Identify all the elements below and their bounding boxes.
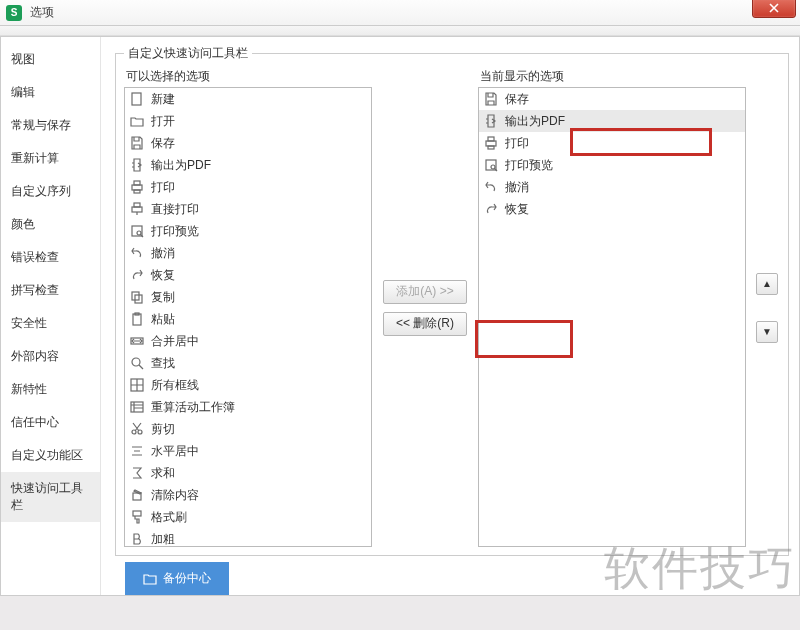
sidebar-item[interactable]: 快速访问工具栏 <box>1 472 100 522</box>
svg-rect-5 <box>134 203 140 207</box>
list-item[interactable]: 直接打印 <box>125 198 371 220</box>
sidebar-item[interactable]: 安全性 <box>1 307 100 340</box>
print-icon <box>129 179 145 195</box>
list-item[interactable]: 保存 <box>125 132 371 154</box>
svg-rect-15 <box>131 402 143 412</box>
paste-icon <box>129 311 145 327</box>
item-label: 撤消 <box>505 179 529 196</box>
list-item[interactable]: 格式刷 <box>125 506 371 528</box>
undo-icon <box>483 179 499 195</box>
list-item[interactable]: 剪切 <box>125 418 371 440</box>
list-item[interactable]: 新建 <box>125 88 371 110</box>
sidebar-item[interactable]: 编辑 <box>1 76 100 109</box>
list-item[interactable]: 清除内容 <box>125 484 371 506</box>
redo-icon <box>483 201 499 217</box>
list-item[interactable]: 加粗 <box>125 528 371 547</box>
list-item[interactable]: 撤消 <box>479 176 745 198</box>
item-label: 恢复 <box>151 267 175 284</box>
find-icon <box>129 355 145 371</box>
item-label: 打印 <box>505 135 529 152</box>
list-item[interactable]: 合并居中 <box>125 330 371 352</box>
close-button[interactable] <box>752 0 796 18</box>
item-label: 打印 <box>151 179 175 196</box>
svg-rect-21 <box>488 137 494 141</box>
sidebar-item[interactable]: 拼写检查 <box>1 274 100 307</box>
list-item[interactable]: 查找 <box>125 352 371 374</box>
current-listbox[interactable]: 保存输出为PDF打印打印预览撤消恢复 <box>478 87 746 547</box>
sidebar-item[interactable]: 外部内容 <box>1 340 100 373</box>
group-legend: 自定义快速访问工具栏 <box>124 45 252 62</box>
available-column: 可以选择的选项 新建打开保存输出为PDF打印直接打印打印预览撤消恢复复制粘贴合并… <box>124 68 372 547</box>
item-label: 粘贴 <box>151 311 175 328</box>
item-label: 求和 <box>151 465 175 482</box>
hcenter-icon <box>129 443 145 459</box>
svg-point-7 <box>137 231 141 235</box>
svg-point-24 <box>491 165 495 169</box>
format-painter-icon <box>129 509 145 525</box>
current-column: 当前显示的选项 保存输出为PDF打印打印预览撤消恢复 <box>478 68 746 547</box>
svg-rect-1 <box>132 185 142 190</box>
item-label: 水平居中 <box>151 443 199 460</box>
list-item[interactable]: 水平居中 <box>125 440 371 462</box>
list-item[interactable]: 求和 <box>125 462 371 484</box>
pdf-icon <box>483 113 499 129</box>
recalc-icon <box>129 399 145 415</box>
item-label: 撤消 <box>151 245 175 262</box>
available-label: 可以选择的选项 <box>124 68 372 85</box>
move-up-button[interactable]: ▲ <box>756 273 778 295</box>
item-label: 打印预览 <box>505 157 553 174</box>
list-item[interactable]: 重算活动工作簿 <box>125 396 371 418</box>
list-item[interactable]: 恢复 <box>125 264 371 286</box>
borders-icon <box>129 377 145 393</box>
sidebar-item[interactable]: 新特性 <box>1 373 100 406</box>
backup-label: 备份中心 <box>163 570 211 587</box>
list-item[interactable]: 打印 <box>479 132 745 154</box>
move-down-button[interactable]: ▼ <box>756 321 778 343</box>
item-label: 保存 <box>151 135 175 152</box>
sidebar-item[interactable]: 错误检查 <box>1 241 100 274</box>
svg-rect-22 <box>488 146 494 149</box>
sidebar-item[interactable]: 常规与保存 <box>1 109 100 142</box>
svg-rect-3 <box>134 190 140 193</box>
sidebar-item[interactable]: 颜色 <box>1 208 100 241</box>
item-label: 恢复 <box>505 201 529 218</box>
titlebar: S 选项 <box>0 0 800 26</box>
print-icon <box>483 135 499 151</box>
sum-icon <box>129 465 145 481</box>
undo-icon <box>129 245 145 261</box>
list-item[interactable]: 打印 <box>125 176 371 198</box>
save-icon <box>129 135 145 151</box>
cut-icon <box>129 421 145 437</box>
list-item[interactable]: 复制 <box>125 286 371 308</box>
list-item[interactable]: 打印预览 <box>125 220 371 242</box>
sidebar-item[interactable]: 信任中心 <box>1 406 100 439</box>
columns: 可以选择的选项 新建打开保存输出为PDF打印直接打印打印预览撤消恢复复制粘贴合并… <box>124 68 780 547</box>
list-item[interactable]: 输出为PDF <box>479 110 745 132</box>
sidebar-item[interactable]: 视图 <box>1 43 100 76</box>
list-item[interactable]: 保存 <box>479 88 745 110</box>
item-label: 重算活动工作簿 <box>151 399 235 416</box>
item-label: 打开 <box>151 113 175 130</box>
item-label: 新建 <box>151 91 175 108</box>
sidebar-item[interactable]: 自定义序列 <box>1 175 100 208</box>
preview-icon <box>483 157 499 173</box>
open-icon <box>129 113 145 129</box>
list-item[interactable]: 撤消 <box>125 242 371 264</box>
sidebar-item[interactable]: 自定义功能区 <box>1 439 100 472</box>
list-item[interactable]: 恢复 <box>479 198 745 220</box>
list-item[interactable]: 打开 <box>125 110 371 132</box>
remove-button[interactable]: << 删除(R) <box>383 312 467 336</box>
list-item[interactable]: 打印预览 <box>479 154 745 176</box>
list-item[interactable]: 粘贴 <box>125 308 371 330</box>
quick-access-group: 自定义快速访问工具栏 可以选择的选项 新建打开保存输出为PDF打印直接打印打印预… <box>115 45 789 556</box>
available-listbox[interactable]: 新建打开保存输出为PDF打印直接打印打印预览撤消恢复复制粘贴合并居中查找所有框线… <box>124 87 372 547</box>
backup-center-button[interactable]: 备份中心 <box>125 562 229 595</box>
redo-icon <box>129 267 145 283</box>
list-item[interactable]: 所有框线 <box>125 374 371 396</box>
copy-icon <box>129 289 145 305</box>
main-area: 视图编辑常规与保存重新计算自定义序列颜色错误检查拼写检查安全性外部内容新特性信任… <box>0 36 800 596</box>
add-button[interactable]: 添加(A) >> <box>383 280 467 304</box>
item-label: 清除内容 <box>151 487 199 504</box>
list-item[interactable]: 输出为PDF <box>125 154 371 176</box>
sidebar-item[interactable]: 重新计算 <box>1 142 100 175</box>
